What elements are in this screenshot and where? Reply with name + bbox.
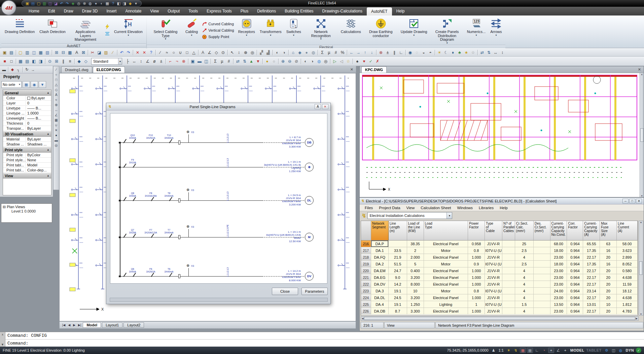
dim-linear-icon[interactable]: ├ (124, 58, 131, 65)
linetype-icon[interactable]: ∥ (60, 58, 67, 65)
polyline-icon[interactable]: ≈ (164, 49, 170, 56)
property-row[interactable]: Shadow ...Shadows ... (3, 142, 51, 147)
style-combo[interactable]: Standard ▾ (91, 58, 122, 65)
table-cell[interactable]: 1.000 (468, 308, 485, 315)
calculation-table[interactable]: Network SegmentLine Length (m)Load of th… (361, 221, 638, 316)
table-row[interactable]: 219DA.251.55Motor0.9I07V-U (U2.518.000.9… (361, 261, 638, 267)
dialog-scrollbar[interactable] (110, 298, 328, 302)
menu-tab-plus[interactable]: Plus (236, 7, 253, 15)
maximize-icon[interactable]: □ (629, 199, 635, 203)
table-cell[interactable]: 23.00 (550, 254, 567, 261)
cancel-all-icon[interactable]: ✕ (141, 49, 148, 56)
back-icon[interactable]: ◁ (338, 58, 345, 65)
table-cell[interactable]: 0.964 (567, 247, 583, 254)
prop-corner-icon[interactable]: ┐ (15, 67, 22, 73)
lightning-icon[interactable] (105, 24, 110, 29)
vertical-toolbar-icon[interactable]: ● (55, 133, 57, 137)
command-input[interactable]: Command: (5, 340, 644, 347)
table-cell[interactable] (502, 274, 515, 281)
property-row[interactable]: Lineweight—— B... (3, 116, 51, 121)
table-cell[interactable]: 22.17 (583, 281, 600, 288)
shade-alt-icon[interactable]: ◑ (281, 49, 287, 56)
menu-tab-view[interactable]: View (146, 7, 163, 15)
clean-screen-icon[interactable]: ◍ (618, 348, 624, 353)
remove-icon[interactable]: ⊖ (286, 58, 293, 65)
display-mode-alt-icon[interactable]: ◑ (309, 58, 316, 65)
menu-tab-home[interactable]: Home (24, 7, 44, 15)
table-cell[interactable]: 0.964 (567, 254, 583, 261)
lineweight-display-icon[interactable]: ☀ (506, 348, 512, 353)
dim-horizontal-icon[interactable]: ↔ (131, 58, 138, 65)
zoom-previous-icon[interactable]: ⊗ (82, 1, 87, 6)
table-cell[interactable]: DA.DB (371, 308, 389, 315)
table-cell[interactable]: 18.00 (550, 261, 567, 267)
save-icon[interactable]: ◫ (31, 49, 37, 56)
table-cell[interactable]: 23.00 (550, 274, 567, 281)
lineweight-icon[interactable]: ≡ (67, 58, 73, 65)
table-cell[interactable]: 14.2 (389, 281, 407, 288)
table-cell[interactable]: 0.964 (567, 240, 583, 247)
ribbon-button-calculations[interactable]: Calculations (338, 16, 363, 45)
windows-icon[interactable]: ◫ (611, 348, 617, 353)
table-cell[interactable]: 22.17 (583, 308, 600, 315)
table-cell[interactable]: 0.964 (567, 301, 583, 308)
table-cell[interactable]: 4 (515, 308, 534, 315)
select-icon[interactable]: ↖ (229, 49, 236, 56)
menu-tab-draw-3d[interactable]: Draw 3D (78, 7, 102, 15)
ribbon-button-clash-detection[interactable]: Clash Detection (37, 16, 68, 43)
vertical-toolbar-icon[interactable]: ∕ (56, 68, 57, 71)
qat-overflow-icon[interactable]: ▾ (133, 1, 139, 6)
help-icon[interactable]: ? (110, 1, 116, 6)
property-value[interactable]: ByColor (26, 153, 51, 157)
table-cell[interactable]: 17.35 (583, 247, 600, 254)
table-cell[interactable]: 23.00 (550, 294, 567, 301)
dyn-toggle[interactable]: DYN (626, 348, 634, 352)
bld-tool-icon[interactable]: ▣ (1, 49, 8, 56)
calc-menu-project-data[interactable]: Project Data (376, 206, 403, 210)
table-cell[interactable]: 13.50 (550, 301, 567, 308)
kpc-scrollbar[interactable]: ▲▼ (640, 73, 644, 197)
save-icon[interactable]: ◫ (47, 1, 53, 6)
menu-tab-annotate[interactable]: Annotate (121, 7, 146, 15)
menu-tab-edit[interactable]: Edit (44, 7, 60, 15)
property-section-print-style[interactable]: Print style▲ (3, 147, 51, 153)
font-button[interactable]: A (315, 104, 321, 109)
favorite-icon[interactable]: ★ (463, 49, 470, 56)
table-row[interactable]: 226DA.DB8.73.300Electrical Panel1.000J1V… (361, 308, 638, 315)
bld-open-icon[interactable]: ▤ (8, 49, 15, 56)
property-row[interactable]: Print styleByColor (3, 153, 51, 158)
table-cell[interactable]: 24.7 (389, 267, 407, 274)
table-cell[interactable] (534, 301, 550, 308)
pan-left-icon[interactable]: ← (348, 49, 355, 56)
table-cell[interactable]: 4.638 (617, 274, 638, 281)
table-cell[interactable]: 4 (515, 254, 534, 261)
sphere-view-icon[interactable]: ● (93, 1, 99, 6)
vertical-toolbar-icon[interactable]: ○ (55, 73, 57, 76)
cancel-icon[interactable]: ✕ (134, 49, 141, 56)
table-cell[interactable]: 1.000 (468, 267, 485, 274)
table-cell[interactable]: 0.964 (567, 288, 583, 294)
menu-tab-drawings-calculations[interactable]: Drawings-Calculations (318, 7, 367, 15)
target-icon[interactable]: ◎ (322, 58, 329, 65)
table-cell[interactable]: 0.8 (468, 288, 485, 294)
table-cell[interactable]: J1VV-R (485, 254, 502, 261)
leader-alt-icon[interactable]: ¬ (174, 58, 180, 65)
annotation-person-icon[interactable]: ♟ (491, 348, 497, 353)
close-icon[interactable]: ✕ (636, 199, 642, 203)
property-row[interactable]: ColorByLayer (3, 96, 51, 101)
ribbon-button-receptors[interactable]: Receptors▾ (236, 16, 257, 45)
table-cell[interactable]: 65.55 (583, 240, 600, 247)
collapse-arrow-icon[interactable]: ▲ (47, 174, 49, 177)
table-cell[interactable]: 1.000 (468, 254, 485, 261)
vertical-toolbar-icon[interactable]: ✕ (55, 128, 58, 132)
property-value[interactable]: —— B... (26, 106, 51, 110)
property-row[interactable]: Print tabl...Color-dep... (3, 168, 51, 173)
table-cell[interactable]: 4 (515, 288, 534, 294)
menu-tab-help[interactable]: Help (392, 7, 409, 15)
collapse-arrow-icon[interactable]: ▲ (47, 91, 49, 94)
table-cell[interactable]: 0.958 (468, 240, 485, 247)
column-header-corr[interactable]: Corr. Factor (567, 221, 583, 240)
table-cell[interactable]: 23.00 (550, 308, 567, 315)
grid-icon[interactable]: ▦ (527, 348, 533, 353)
collapse-arrow-icon[interactable]: ▲ (47, 148, 49, 151)
